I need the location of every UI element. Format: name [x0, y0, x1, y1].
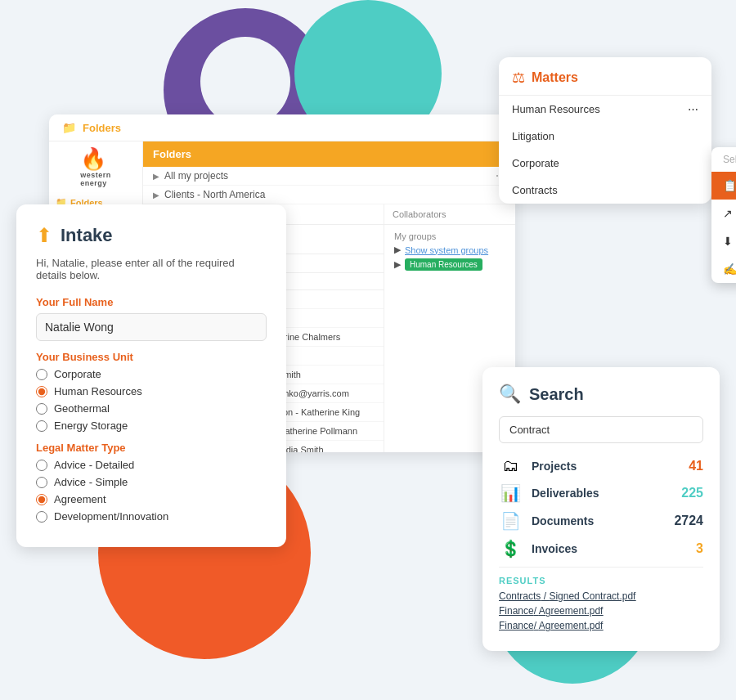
- docusign-icon: ✍: [723, 262, 736, 276]
- matters-menu-litigation[interactable]: Litigation Select an option... 📋 Duplica…: [499, 123, 711, 150]
- duplicate-icon: 📋: [723, 179, 736, 192]
- orange-header-title: Folders: [153, 148, 191, 160]
- business-unit-label: Your Business Unit: [36, 351, 267, 363]
- folders-title: Folders: [83, 122, 121, 134]
- radio-corporate[interactable]: Corporate: [36, 368, 267, 380]
- logo-area: 🔥 westernenergy: [56, 148, 136, 187]
- radio-energy-storage-input[interactable]: [36, 420, 47, 432]
- radio-hr[interactable]: Human Resources: [36, 385, 267, 397]
- radio-geothermal[interactable]: Geothermal: [36, 402, 267, 415]
- search-card-header: 🔍 Search: [499, 384, 703, 405]
- radio-agreement[interactable]: Agreement: [36, 493, 267, 505]
- dropdown-duplicate[interactable]: 📋 Duplicate: [711, 172, 736, 200]
- radio-agreement-label: Agreement: [54, 493, 106, 505]
- show-system-label: Show system groups: [405, 245, 488, 255]
- radio-dev-innovation-label: Development/Innovation: [54, 510, 168, 523]
- legal-matter-label: Legal Matter Type: [36, 442, 267, 454]
- intake-form-card: ⬆ Intake Hi, Natalie, please enter all o…: [16, 204, 286, 547]
- matters-header: ⚖ Matters: [499, 57, 711, 96]
- logo-text: westernenergy: [80, 171, 111, 187]
- result-deliverables: 📊 Deliverables 225: [499, 483, 703, 503]
- radio-dev-innovation-input[interactable]: [36, 511, 47, 523]
- projects-icon: 🗂: [499, 456, 522, 475]
- documents-count: 2724: [674, 514, 703, 528]
- matters-litigation-label: Litigation: [512, 130, 554, 142]
- result-link-2[interactable]: Finance/ Agreement.pdf: [499, 605, 703, 617]
- dropdown-placeholder: Select an option...: [711, 147, 736, 172]
- result-projects: 🗂 Projects 41: [499, 456, 703, 475]
- show-system-groups[interactable]: ▶ Show system groups: [394, 245, 505, 255]
- radio-dev-innovation[interactable]: Development/Innovation: [36, 510, 267, 523]
- dropdown-docusign[interactable]: ✍ Docusign: [711, 255, 736, 283]
- radio-advice-detailed-input[interactable]: [36, 460, 47, 471]
- legal-matter-group: Advice - Detailed Advice - Simple Agreem…: [36, 459, 267, 523]
- documents-icon: 📄: [499, 511, 522, 531]
- matters-dots-icon[interactable]: ⋯: [688, 103, 698, 115]
- results-section: RESULTS Contracts / Signed Contract.pdf …: [499, 567, 703, 631]
- collaborators-content: My groups ▶ Show system groups ▶ Human R…: [384, 225, 515, 280]
- matters-icon: ⚖: [512, 69, 525, 87]
- deliverables-label: Deliverables: [532, 487, 671, 500]
- radio-geothermal-input[interactable]: [36, 403, 47, 415]
- full-name-input[interactable]: [36, 313, 267, 341]
- top-bar: 📁 Folders: [49, 114, 515, 141]
- folder-row-all-projects[interactable]: ▶ All my projects ⋯: [143, 167, 515, 186]
- link-prefix-2: Finance: [499, 605, 534, 617]
- business-unit-group: Corporate Human Resources Geothermal Ene…: [36, 368, 267, 432]
- matters-title: Matters: [532, 70, 578, 85]
- result-link-3[interactable]: Finance/ Agreement.pdf: [499, 620, 703, 631]
- logo-icon: 🔥: [80, 148, 106, 169]
- matters-contracts-label: Contracts: [512, 184, 558, 196]
- matters-menu-corporate[interactable]: Corporate: [499, 150, 711, 177]
- radio-advice-simple[interactable]: Advice - Simple: [36, 476, 267, 488]
- matters-hr-label: Human Resources: [512, 103, 600, 115]
- full-name-label: Your Full Name: [36, 296, 267, 308]
- projects-count: 41: [689, 459, 703, 473]
- search-input[interactable]: [499, 416, 703, 443]
- result-link-1[interactable]: Contracts / Signed Contract.pdf: [499, 590, 703, 602]
- link-prefix-1: Contracts: [499, 590, 541, 602]
- search-title: Search: [529, 385, 584, 404]
- folder-clients-label: Clients - North America: [164, 189, 265, 200]
- radio-agreement-input[interactable]: [36, 494, 47, 505]
- matters-card: ⚖ Matters Human Resources ⋯ Litigation S…: [499, 57, 711, 204]
- radio-advice-simple-input[interactable]: [36, 477, 47, 488]
- results-label: RESULTS: [499, 576, 703, 586]
- intake-card-header: ⬆ Intake: [36, 224, 267, 247]
- documents-label: Documents: [532, 514, 664, 527]
- share-icon: ↗: [723, 207, 733, 220]
- arrow-hr: ▶: [394, 259, 401, 270]
- deliverables-count: 225: [681, 486, 703, 500]
- matters-dropdown: Select an option... 📋 Duplicate ↗ Share …: [711, 147, 736, 283]
- radio-hr-label: Human Resources: [54, 385, 142, 397]
- search-icon: 🔍: [499, 384, 521, 405]
- radio-hr-input[interactable]: [36, 386, 47, 397]
- dropdown-share[interactable]: ↗ Share: [711, 200, 736, 227]
- radio-corporate-input[interactable]: [36, 369, 47, 380]
- bg-circle-inner: [200, 37, 290, 127]
- folder-icon-top: 📁: [62, 121, 76, 134]
- intake-subtitle: Hi, Natalie, please enter all of the req…: [36, 257, 267, 281]
- matters-menu-human-resources[interactable]: Human Resources ⋯: [499, 96, 711, 123]
- radio-energy-storage[interactable]: Energy Storage: [36, 420, 267, 432]
- result-invoices: 💲 Invoices 3: [499, 539, 703, 559]
- dropdown-download[interactable]: ⬇ Download: [711, 227, 736, 255]
- invoices-label: Invoices: [532, 542, 686, 555]
- arrow-icon-2: ▶: [153, 191, 159, 200]
- link-file-2[interactable]: Agreement.pdf: [539, 605, 604, 617]
- matters-corporate-label: Corporate: [512, 157, 559, 169]
- hr-group[interactable]: ▶ Human Resources: [394, 258, 505, 271]
- radio-energy-storage-label: Energy Storage: [54, 420, 128, 432]
- invoices-icon: 💲: [499, 539, 522, 559]
- matters-menu-contracts[interactable]: Contracts: [499, 177, 711, 204]
- collaborators-tab-header: Collaborators: [384, 204, 515, 225]
- radio-advice-detailed[interactable]: Advice - Detailed: [36, 459, 267, 471]
- arrow-sys: ▶: [394, 245, 401, 255]
- folder-row-clients[interactable]: ▶ Clients - North America: [143, 186, 515, 204]
- search-card: 🔍 Search 🗂 Projects 41 📊 Deliverables 22…: [482, 367, 720, 651]
- radio-advice-simple-label: Advice - Simple: [54, 476, 128, 488]
- link-file-3[interactable]: Agreement.pdf: [539, 620, 604, 631]
- projects-label: Projects: [532, 460, 679, 473]
- my-groups-label: My groups: [394, 231, 505, 241]
- link-file-1[interactable]: Signed Contract.pdf: [549, 590, 635, 602]
